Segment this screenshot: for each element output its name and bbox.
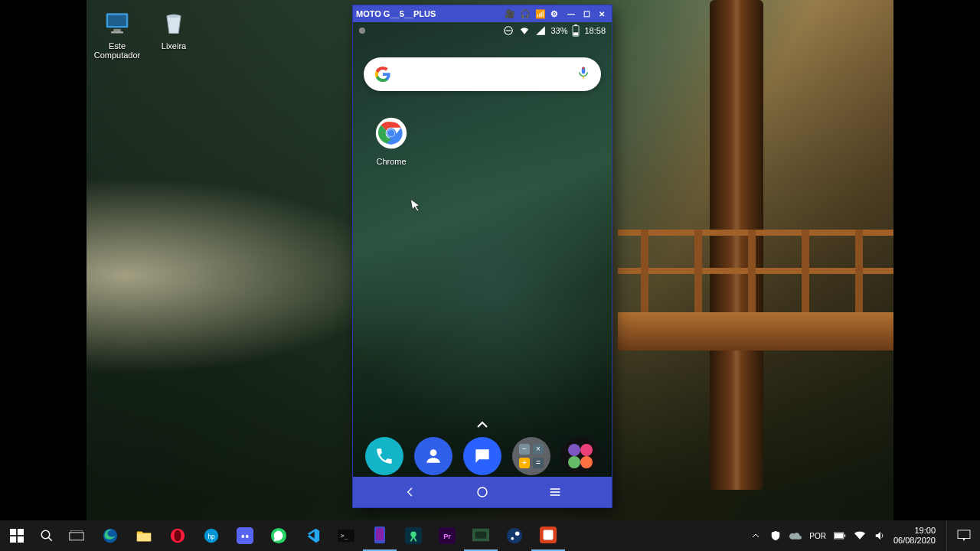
dock-phone-app[interactable] (365, 437, 403, 475)
taskbar-app-opera[interactable] (161, 520, 194, 551)
taskbar-app-premiere[interactable]: Pr (430, 520, 464, 551)
dock-folder-app[interactable] (561, 437, 599, 475)
svg-rect-61 (475, 531, 487, 538)
taskbar-app-scrcpy-window[interactable] (464, 520, 498, 551)
desktop-icon-label: Lixeira (147, 41, 201, 51)
scrcpy-title: MOTO G__5__PLUS (356, 9, 500, 18)
android-nav-bar (353, 477, 612, 507)
svg-point-28 (568, 456, 580, 468)
desktop-icon-recycle-bin[interactable]: Lixeira (147, 8, 201, 51)
phone-screen[interactable]: 33% 18:58 Chrome (353, 22, 612, 507)
nav-recents-button[interactable] (540, 481, 570, 503)
headphones-icon: 🎧 (520, 9, 531, 19)
svg-rect-34 (10, 529, 16, 535)
tray-battery-icon[interactable] (834, 530, 846, 542)
google-search-bar[interactable] (364, 57, 601, 91)
taskbar-app-hp[interactable]: hp (194, 520, 228, 551)
svg-point-63 (515, 532, 520, 536)
svg-point-62 (507, 528, 522, 543)
svg-text:hp: hp (207, 533, 215, 540)
wifi-icon (518, 25, 531, 36)
svg-rect-66 (544, 530, 554, 540)
taskbar-app-explorer[interactable] (127, 520, 161, 551)
svg-point-17 (430, 449, 437, 456)
svg-rect-55 (376, 528, 384, 540)
gear-icon[interactable]: ⚙ (550, 9, 558, 19)
dock-messages-app[interactable] (463, 437, 501, 475)
nav-home-button[interactable] (467, 481, 498, 503)
taskbar-app-camtasia[interactable] (531, 520, 565, 551)
tray-wifi-icon[interactable] (854, 530, 866, 542)
scrcpy-window[interactable]: MOTO G__5__PLUS 🎥 🎧 📶 ⚙ ― ☐ ✕ 33% (352, 5, 612, 508)
recycle-bin-icon (158, 8, 189, 38)
svg-text:>_: >_ (341, 532, 348, 540)
svg-rect-37 (18, 536, 24, 543)
taskbar-clock[interactable]: 19:00 06/08/2020 (893, 526, 939, 546)
dock-contacts-app[interactable] (414, 437, 452, 475)
battery-icon (572, 24, 580, 37)
svg-rect-43 (137, 533, 151, 541)
svg-point-29 (580, 456, 593, 468)
taskbar-app-phone-mirror[interactable] (363, 520, 397, 551)
computer-icon (102, 8, 132, 38)
dock-calculator-app[interactable]: − × + = (512, 437, 550, 475)
svg-point-4 (167, 15, 181, 18)
taskbar-app-android-studio[interactable] (397, 520, 430, 551)
minimize-button[interactable]: ― (564, 8, 578, 19)
svg-rect-3 (111, 31, 123, 33)
svg-rect-68 (844, 534, 846, 536)
system-tray[interactable]: POR 19:00 06/08/2020 (742, 520, 946, 551)
svg-point-45 (174, 530, 181, 542)
svg-rect-70 (958, 530, 970, 539)
tray-onedrive-icon[interactable] (789, 530, 802, 542)
taskbar-app-edge[interactable] (93, 520, 127, 551)
svg-point-16 (387, 129, 394, 136)
taskbar-search-button[interactable] (34, 520, 60, 551)
action-center-button[interactable] (946, 520, 980, 551)
svg-text:=: = (536, 458, 541, 467)
nav-back-button[interactable] (395, 481, 426, 503)
svg-rect-35 (18, 529, 24, 535)
wifi-icon: 📶 (535, 9, 546, 19)
tray-language-icon[interactable]: POR (809, 530, 826, 542)
svg-point-26 (568, 444, 580, 456)
taskbar-app-vscode[interactable] (296, 520, 329, 551)
tray-chevron-up-icon[interactable] (750, 530, 762, 542)
app-chrome[interactable]: Chrome (368, 114, 414, 166)
close-button[interactable]: ✕ (595, 8, 609, 19)
svg-point-49 (241, 535, 244, 538)
taskbar-app-discord[interactable] (228, 520, 262, 551)
taskbar-app-terminal[interactable]: >_ (329, 520, 363, 551)
mouse-cursor-icon (410, 197, 423, 215)
app-label: Chrome (368, 157, 414, 166)
app-drawer-handle[interactable] (476, 419, 488, 431)
svg-rect-9 (573, 32, 578, 35)
cell-signal-icon (535, 25, 546, 36)
taskbar-app-steam[interactable] (498, 520, 531, 551)
mic-icon[interactable] (577, 64, 590, 84)
svg-text:Pr: Pr (443, 533, 451, 540)
svg-point-50 (246, 535, 249, 538)
start-button[interactable] (0, 520, 34, 551)
chrome-icon (372, 114, 410, 152)
svg-text:×: × (536, 445, 541, 453)
desktop-icon-computer[interactable]: Este Computador (90, 8, 144, 60)
taskbar-app-whatsapp[interactable] (262, 520, 296, 551)
svg-rect-41 (71, 530, 83, 533)
task-view-button[interactable] (60, 520, 93, 551)
maximize-button[interactable]: ☐ (580, 8, 593, 19)
svg-rect-36 (10, 536, 16, 543)
tray-security-icon[interactable] (769, 530, 782, 542)
svg-rect-8 (575, 24, 577, 26)
svg-rect-69 (835, 533, 843, 538)
desktop-icon-label: Este Computador (90, 41, 144, 60)
phone-dock: − × + = (353, 437, 612, 475)
notification-dot-icon (359, 28, 365, 34)
svg-rect-40 (70, 533, 83, 540)
video-icon: 🎥 (505, 9, 515, 19)
google-logo-icon (374, 66, 391, 83)
status-time: 18:58 (584, 26, 606, 35)
tray-volume-icon[interactable] (874, 530, 886, 542)
scrcpy-titlebar[interactable]: MOTO G__5__PLUS 🎥 🎧 📶 ⚙ ― ☐ ✕ (353, 5, 612, 22)
android-status-bar[interactable]: 33% 18:58 (353, 22, 612, 39)
